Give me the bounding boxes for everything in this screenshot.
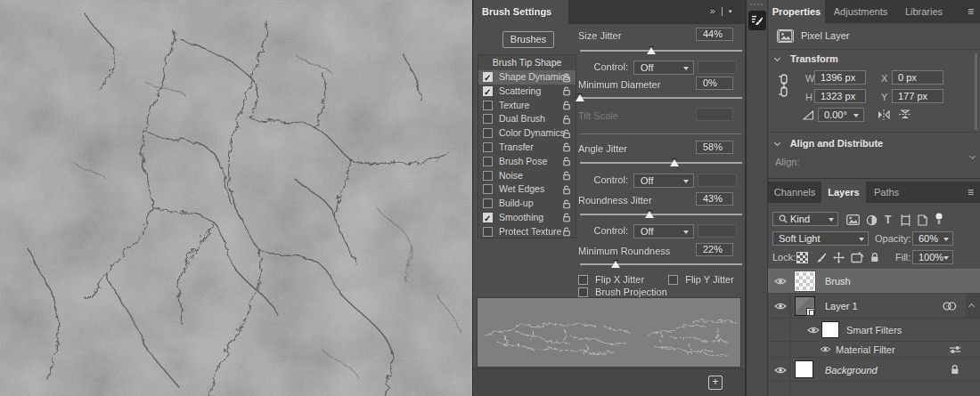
- brush-setting-row[interactable]: Dual Brush: [478, 112, 576, 126]
- brush-setting-label[interactable]: Wet Edges: [499, 182, 544, 197]
- slider-thumb[interactable]: [670, 158, 679, 166]
- brush-setting-label[interactable]: Scattering: [499, 85, 541, 99]
- brush-setting-label[interactable]: Brush Pose: [499, 155, 547, 169]
- align-section-header[interactable]: Align and Distribute: [775, 138, 883, 150]
- collapse-smart-filters-button[interactable]: [966, 294, 980, 318]
- visibility-eye-icon[interactable]: [774, 302, 787, 311]
- checkbox[interactable]: [483, 157, 493, 166]
- checkbox[interactable]: [483, 114, 493, 124]
- roundness-jitter-value[interactable]: 43%: [696, 192, 733, 206]
- roundness-control-dropdown[interactable]: Off: [633, 224, 694, 238]
- layer-row-smart-filters[interactable]: Smart Filters: [768, 319, 980, 342]
- size-jitter-slider[interactable]: [580, 46, 742, 55]
- visibility-eye-icon[interactable]: [807, 326, 820, 335]
- create-new-brush-button[interactable]: +: [708, 376, 723, 390]
- slider-thumb[interactable]: [611, 260, 620, 268]
- unlock-icon[interactable]: [562, 86, 572, 96]
- width-field[interactable]: 1396 px: [814, 70, 866, 85]
- brush-tip-shape-item[interactable]: Brush Tip Shape: [478, 55, 576, 70]
- layer-row-brush[interactable]: Brush: [768, 269, 980, 294]
- angle-control-dropdown[interactable]: Off: [633, 174, 694, 188]
- minimum-diameter-slider[interactable]: [580, 93, 742, 102]
- brush-setting-row[interactable]: Texture: [478, 99, 576, 113]
- unlock-icon[interactable]: [562, 142, 572, 152]
- blend-mode-dropdown[interactable]: Soft Light: [772, 231, 869, 246]
- layer-name[interactable]: Background: [825, 365, 878, 376]
- tab-brush-settings[interactable]: Brush Settings: [474, 0, 568, 24]
- brush-setting-label[interactable]: Smoothing: [499, 211, 543, 225]
- tab-layers[interactable]: Layers: [821, 182, 866, 203]
- angle-jitter-slider[interactable]: [580, 158, 742, 167]
- checkbox[interactable]: [483, 72, 493, 82]
- smart-filters-thumbnail[interactable]: [821, 321, 839, 338]
- layer-thumbnail[interactable]: [795, 271, 815, 291]
- brush-setting-row[interactable]: Shape Dynamics: [478, 70, 576, 85]
- y-field[interactable]: 177 px: [892, 89, 943, 103]
- unlock-icon[interactable]: [562, 213, 572, 222]
- unlock-icon[interactable]: [562, 101, 572, 110]
- roundness-jitter-slider[interactable]: [580, 210, 742, 219]
- visibility-eye-icon[interactable]: [774, 366, 787, 375]
- tab-channels[interactable]: Channels: [768, 182, 821, 203]
- unlock-icon[interactable]: [562, 171, 572, 181]
- document-canvas[interactable]: [0, 0, 472, 396]
- brushes-button[interactable]: Brushes: [502, 31, 554, 48]
- unlock-icon[interactable]: [562, 157, 572, 166]
- minimum-roundness-value[interactable]: 22%: [696, 243, 733, 256]
- angle-jitter-value[interactable]: 58%: [696, 141, 733, 154]
- checkbox[interactable]: [483, 171, 493, 181]
- smart-filter-icon[interactable]: [943, 302, 957, 311]
- fill-dropdown[interactable]: 100%: [912, 250, 953, 264]
- brush-setting-label[interactable]: Color Dynamics: [499, 126, 565, 141]
- filter-pin-toggle-icon[interactable]: [935, 213, 943, 225]
- unlock-icon[interactable]: [562, 115, 572, 125]
- filter-smart-object-icon[interactable]: [918, 214, 927, 226]
- smart-filters-label[interactable]: Smart Filters: [846, 325, 902, 335]
- layer-thumbnail[interactable]: [795, 296, 815, 316]
- brush-settings-dock-icon[interactable]: [748, 11, 766, 30]
- checkbox[interactable]: [483, 101, 493, 110]
- brush-setting-row[interactable]: Build-up: [478, 197, 576, 211]
- slider-thumb[interactable]: [576, 93, 584, 101]
- brush-projection-checkbox[interactable]: [578, 287, 588, 297]
- filter-kind-dropdown[interactable]: Kind: [772, 212, 838, 226]
- brush-setting-label[interactable]: Protect Texture: [499, 225, 561, 239]
- checkbox[interactable]: [483, 227, 493, 237]
- opacity-dropdown[interactable]: 60%: [912, 231, 953, 246]
- brush-setting-row[interactable]: Noise: [478, 169, 576, 183]
- dock-drag-handle[interactable]: [750, 4, 764, 5]
- checkbox[interactable]: [483, 142, 493, 152]
- flip-y-checkbox[interactable]: [668, 275, 678, 285]
- lock-pixels-brush-icon[interactable]: [815, 252, 827, 263]
- checkbox[interactable]: [483, 128, 493, 138]
- filter-shape-icon[interactable]: [900, 214, 911, 226]
- flip-x-checkbox[interactable]: [578, 275, 588, 285]
- unlock-icon[interactable]: [562, 73, 572, 83]
- brush-setting-row[interactable]: Color Dynamics: [478, 126, 576, 141]
- tab-adjustments[interactable]: Adjustments: [825, 0, 896, 23]
- slider-thumb[interactable]: [647, 46, 656, 54]
- brush-setting-row[interactable]: Wet Edges: [478, 182, 576, 197]
- checkbox[interactable]: [483, 213, 493, 222]
- lock-position-move-icon[interactable]: [833, 252, 845, 263]
- filter-adjustment-icon[interactable]: [866, 214, 878, 226]
- brush-setting-row[interactable]: Smoothing: [478, 211, 576, 225]
- filter-image-icon[interactable]: [846, 214, 860, 225]
- brush-setting-row[interactable]: Transfer: [478, 141, 576, 155]
- layer-row-background[interactable]: Background: [768, 358, 980, 382]
- lock-all-icon[interactable]: [870, 252, 880, 263]
- layer-thumbnail[interactable]: [795, 360, 813, 378]
- minimum-diameter-value[interactable]: 0%: [696, 77, 733, 90]
- size-jitter-value[interactable]: 44%: [696, 28, 733, 41]
- brush-setting-label[interactable]: Build-up: [499, 197, 534, 211]
- size-control-dropdown[interactable]: Off: [633, 61, 694, 75]
- brush-setting-label[interactable]: Noise: [499, 169, 523, 183]
- rotation-angle-dropdown[interactable]: 0.00°: [818, 108, 864, 122]
- slider-thumb[interactable]: [645, 210, 654, 218]
- layer-row-material-filter[interactable]: Material Filter: [768, 342, 980, 358]
- unlock-icon[interactable]: [562, 185, 572, 195]
- brush-setting-label[interactable]: Texture: [499, 99, 529, 113]
- brush-setting-label[interactable]: Shape Dynamics: [499, 70, 569, 85]
- tab-properties[interactable]: Properties: [768, 0, 825, 23]
- layer-name[interactable]: Layer 1: [825, 301, 858, 311]
